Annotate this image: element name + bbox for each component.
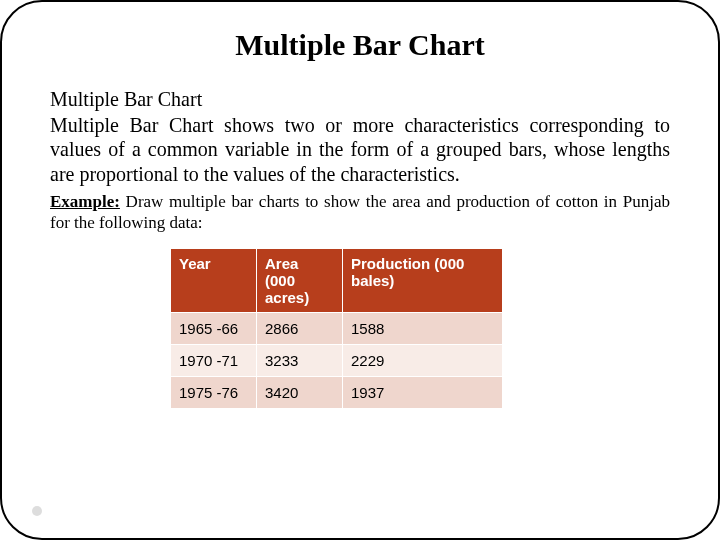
example-text: Example: Draw multiple bar charts to sho…: [50, 192, 670, 233]
description-text: Multiple Bar Chart shows two or more cha…: [50, 113, 670, 186]
th-production: Production (000 bales): [343, 248, 503, 312]
cell-area: 3420: [257, 376, 343, 408]
example-label: Example:: [50, 192, 120, 211]
page-title: Multiple Bar Chart: [50, 28, 670, 62]
th-year: Year: [171, 248, 257, 312]
cell-production: 1937: [343, 376, 503, 408]
cell-production: 1588: [343, 312, 503, 344]
table-row: 1975 -76 3420 1937: [171, 376, 503, 408]
data-table: Year Area (000 acres) Production (000 ba…: [170, 248, 503, 409]
cell-year: 1975 -76: [171, 376, 257, 408]
slide-indicator-icon: [32, 506, 42, 516]
cell-area: 3233: [257, 344, 343, 376]
slide-frame: Multiple Bar Chart Multiple Bar Chart Mu…: [0, 0, 720, 540]
cell-area: 2866: [257, 312, 343, 344]
table-row: 1965 -66 2866 1588: [171, 312, 503, 344]
table-row: 1970 -71 3233 2229: [171, 344, 503, 376]
cell-year: 1965 -66: [171, 312, 257, 344]
section-subtitle: Multiple Bar Chart: [50, 88, 670, 111]
table-header-row: Year Area (000 acres) Production (000 ba…: [171, 248, 503, 312]
cell-production: 2229: [343, 344, 503, 376]
cell-year: 1970 -71: [171, 344, 257, 376]
example-body: Draw multiple bar charts to show the are…: [50, 192, 670, 232]
th-area: Area (000 acres): [257, 248, 343, 312]
